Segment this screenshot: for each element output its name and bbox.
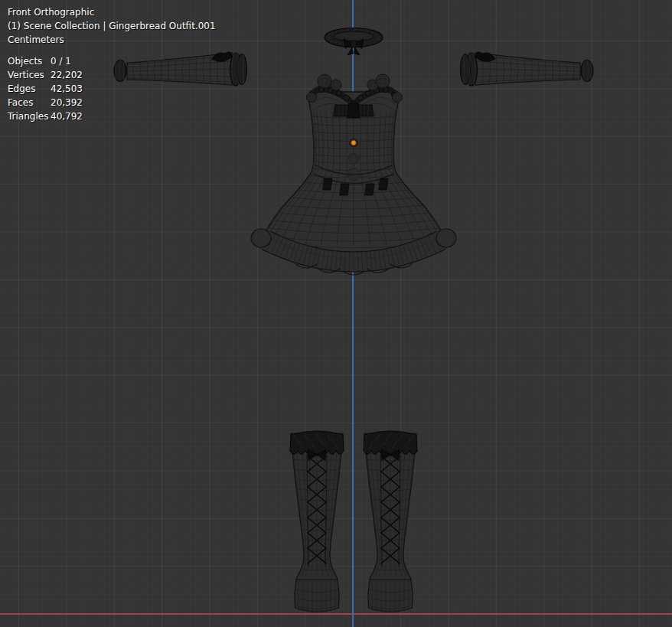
stat-row-faces: Faces 20,392 xyxy=(8,96,216,109)
stat-value: 0 / 1 xyxy=(51,54,71,68)
stat-label: Objects xyxy=(8,54,51,68)
right-sleeve-mesh[interactable] xyxy=(461,52,594,86)
stat-label: Vertices xyxy=(8,68,51,82)
context-breadcrumb: (1) Scene Collection | Gingerbread Outfi… xyxy=(8,19,216,33)
3d-viewport[interactable]: Front Orthographic (1) Scene Collection … xyxy=(0,0,672,627)
stat-row-vertices: Vertices 22,202 xyxy=(8,68,216,82)
stat-value: 20,392 xyxy=(51,96,83,109)
left-boot-mesh[interactable] xyxy=(290,431,344,612)
stat-row-objects: Objects 0 / 1 xyxy=(8,54,216,68)
stat-value: 42,503 xyxy=(51,82,83,96)
dress-mesh[interactable] xyxy=(251,74,456,275)
stat-row-edges: Edges 42,503 xyxy=(8,82,216,96)
object-origin-point[interactable] xyxy=(350,139,357,147)
viewport-overlay-text: Front Orthographic (1) Scene Collection … xyxy=(8,5,216,123)
stat-label: Faces xyxy=(8,96,51,109)
view-name: Front Orthographic xyxy=(8,5,216,19)
stat-value: 40,792 xyxy=(51,109,83,123)
units-label: Centimeters xyxy=(8,33,216,47)
collar-mesh[interactable] xyxy=(325,28,383,56)
scene-stats: Objects 0 / 1 Vertices 22,202 Edges 42,5… xyxy=(8,54,216,123)
stat-label: Triangles xyxy=(8,109,51,123)
stat-label: Edges xyxy=(8,82,51,96)
right-boot-mesh[interactable] xyxy=(364,431,417,612)
stat-row-triangles: Triangles 40,792 xyxy=(8,109,216,123)
stat-value: 22,202 xyxy=(51,68,83,82)
